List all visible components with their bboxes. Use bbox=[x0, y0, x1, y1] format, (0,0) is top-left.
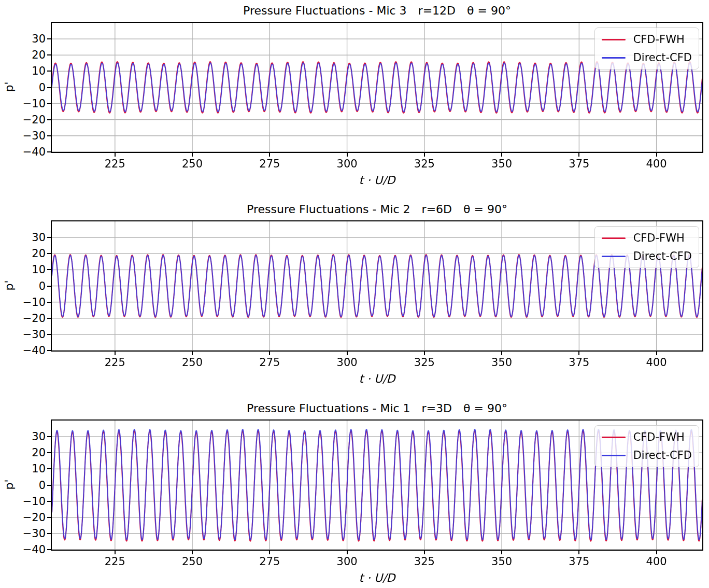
x-tickmark bbox=[347, 352, 348, 355]
x-tick-label: 400 bbox=[633, 555, 680, 568]
y-tickmark bbox=[47, 237, 51, 238]
legend-row: Direct-CFD bbox=[602, 50, 692, 65]
x-axis-label-mic1: t · U/D bbox=[52, 571, 702, 584]
x-tickmark bbox=[501, 352, 502, 355]
x-tick-label: 325 bbox=[401, 356, 448, 369]
legend-label: CFD-FWH bbox=[633, 33, 685, 46]
x-tick-label: 225 bbox=[92, 555, 138, 568]
y-tickmark bbox=[47, 54, 51, 55]
y-tickmark bbox=[47, 135, 51, 136]
y-tickmark bbox=[47, 302, 51, 303]
y-tick-label: 10 bbox=[9, 64, 46, 78]
x-axis-label-mic2: t · U/D bbox=[52, 372, 702, 385]
x-tick-label: 375 bbox=[556, 158, 602, 171]
x-tick-label: 250 bbox=[169, 555, 216, 568]
x-tickmark bbox=[424, 153, 425, 157]
legend-label: CFD-FWH bbox=[633, 232, 685, 244]
y-tick-label: 30 bbox=[9, 32, 46, 46]
x-tickmark bbox=[656, 153, 657, 157]
y-tickmark bbox=[47, 71, 51, 72]
legend-mic2: CFD-FWHDirect-CFD bbox=[594, 226, 699, 268]
x-tick-label: 325 bbox=[401, 555, 448, 568]
x-tick-label: 225 bbox=[92, 158, 138, 171]
y-tickmark bbox=[47, 501, 51, 502]
x-tickmark bbox=[269, 352, 270, 355]
y-tick-label: −30 bbox=[9, 328, 46, 341]
legend-line-direct-cfd bbox=[602, 455, 626, 456]
y-tickmark bbox=[47, 269, 51, 270]
legend-mic1: CFD-FWHDirect-CFD bbox=[594, 425, 699, 467]
legend-row: Direct-CFD bbox=[602, 248, 692, 264]
x-tickmark bbox=[578, 153, 579, 157]
legend-line-cfd-fwh bbox=[602, 237, 626, 239]
y-tick-label: −40 bbox=[9, 145, 46, 159]
legend-line-direct-cfd bbox=[602, 256, 626, 257]
y-tickmark bbox=[47, 87, 51, 88]
y-tickmark bbox=[47, 318, 51, 319]
x-tickmark bbox=[347, 153, 348, 157]
plot-title-mic2: Pressure Fluctuations - Mic 2 r=6D θ = 9… bbox=[52, 203, 702, 216]
x-tick-label: 375 bbox=[556, 356, 602, 369]
y-tick-label: −30 bbox=[9, 527, 46, 540]
y-tick-label: 10 bbox=[9, 263, 46, 276]
x-tick-label: 275 bbox=[246, 555, 293, 568]
x-tick-label: 275 bbox=[246, 356, 293, 369]
y-tickmark bbox=[47, 468, 51, 469]
legend-label: Direct-CFD bbox=[633, 250, 692, 262]
y-tickmark bbox=[47, 549, 51, 550]
x-tickmark bbox=[501, 153, 502, 157]
y-tick-label: −10 bbox=[9, 495, 46, 508]
legend-mic3: CFD-FWHDirect-CFD bbox=[594, 27, 699, 69]
plot-title-mic1: Pressure Fluctuations - Mic 1 r=3D θ = 9… bbox=[52, 402, 702, 415]
legend-label: Direct-CFD bbox=[633, 51, 692, 64]
y-tickmark bbox=[47, 436, 51, 437]
legend-line-cfd-fwh bbox=[602, 39, 626, 40]
x-tickmark bbox=[115, 153, 116, 157]
y-tickmark bbox=[47, 286, 51, 287]
x-tickmark bbox=[347, 551, 348, 554]
x-tick-label: 250 bbox=[169, 356, 216, 369]
y-tickmark bbox=[47, 485, 51, 486]
x-tick-label: 300 bbox=[324, 356, 371, 369]
y-tickmark bbox=[47, 517, 51, 518]
x-tickmark bbox=[115, 551, 116, 554]
y-tick-label: 30 bbox=[9, 430, 46, 443]
x-tick-label: 375 bbox=[556, 555, 602, 568]
x-tickmark bbox=[501, 551, 502, 554]
y-tick-label: −40 bbox=[9, 344, 46, 357]
y-tick-label: −20 bbox=[9, 511, 46, 524]
plot-title-mic3: Pressure Fluctuations - Mic 3 r=12D θ = … bbox=[52, 4, 702, 17]
x-tickmark bbox=[424, 352, 425, 355]
legend-line-cfd-fwh bbox=[602, 437, 626, 438]
y-tick-label: −30 bbox=[9, 129, 46, 143]
y-tick-label: −10 bbox=[9, 97, 46, 110]
x-tick-label: 325 bbox=[401, 158, 448, 171]
x-tick-label: 350 bbox=[478, 158, 525, 171]
y-tick-label: −20 bbox=[9, 312, 46, 325]
x-tick-label: 350 bbox=[478, 555, 525, 568]
y-tickmark bbox=[47, 452, 51, 453]
legend-row: CFD-FWH bbox=[602, 32, 692, 47]
x-tick-label: 225 bbox=[92, 356, 138, 369]
legend-label: CFD-FWH bbox=[633, 431, 685, 443]
legend-row: CFD-FWH bbox=[602, 230, 692, 246]
x-tick-label: 350 bbox=[478, 356, 525, 369]
x-axis-label-mic3: t · U/D bbox=[52, 174, 702, 187]
x-tickmark bbox=[192, 153, 193, 157]
y-axis-label-mic3: p' bbox=[3, 79, 16, 94]
y-tick-label: 10 bbox=[9, 462, 46, 475]
legend-label: Direct-CFD bbox=[633, 449, 692, 461]
legend-line-direct-cfd bbox=[602, 57, 626, 59]
x-tickmark bbox=[424, 551, 425, 554]
legend-row: Direct-CFD bbox=[602, 447, 692, 463]
y-tickmark bbox=[47, 151, 51, 152]
y-tickmark bbox=[47, 334, 51, 335]
x-tick-label: 300 bbox=[324, 555, 371, 568]
y-tick-label: −20 bbox=[9, 113, 46, 127]
y-tick-label: −10 bbox=[9, 296, 46, 309]
x-tickmark bbox=[578, 352, 579, 355]
x-tickmark bbox=[656, 551, 657, 554]
x-tickmark bbox=[269, 153, 270, 157]
x-tick-label: 300 bbox=[324, 158, 371, 171]
x-tickmark bbox=[115, 352, 116, 355]
